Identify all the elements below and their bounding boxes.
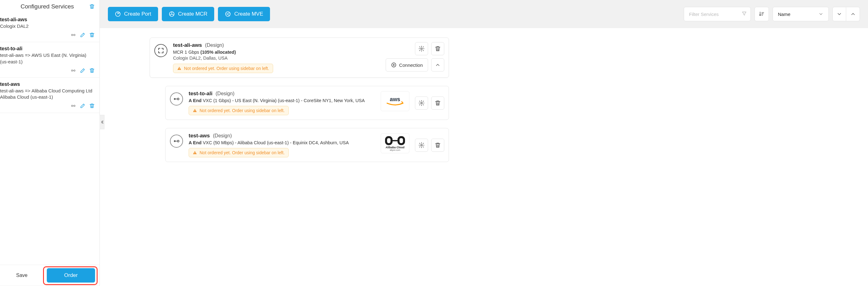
link-icon <box>70 103 76 109</box>
card-status: (Design) <box>216 91 235 96</box>
warning-badge: Not ordered yet. Order using sidebar on … <box>189 148 289 158</box>
card-location: Cologix DAL2, Dallas, USA <box>173 56 380 61</box>
collapse-sidebar-button[interactable] <box>99 115 104 129</box>
sort-icon <box>758 11 765 17</box>
plus-circle-icon <box>391 62 397 68</box>
trash-icon <box>435 142 441 148</box>
card-title: test-ali-aws <box>173 42 202 48</box>
card-sub: A End VXC (50 Mbps) - Alibaba Cloud (us-… <box>189 140 375 145</box>
sidebar-header: Configured Services <box>0 0 99 13</box>
port-icon <box>115 11 121 17</box>
service-name: test-ali-aws <box>0 17 95 23</box>
service-link-button[interactable] <box>70 103 76 109</box>
create-mcr-label: Create MCR <box>178 11 207 17</box>
edit-icon <box>80 32 86 38</box>
create-mcr-button[interactable]: Create MCR <box>162 7 214 21</box>
sidebar-title: Configured Services <box>0 3 94 10</box>
delete-card-button[interactable] <box>431 96 444 110</box>
connection-icon <box>173 95 180 103</box>
link-icon <box>70 68 76 74</box>
chevron-down-icon <box>837 11 842 17</box>
sort-by-select[interactable]: Name <box>773 7 829 21</box>
svg-rect-25 <box>399 137 404 144</box>
main: Create Port Create MCR Create MVE Name <box>100 0 868 286</box>
sidebar-footer: Save Order <box>0 265 99 286</box>
service-link-button[interactable] <box>70 67 76 74</box>
collapse-all-button[interactable] <box>846 7 860 21</box>
card-status: (Design) <box>205 42 224 48</box>
trash-icon <box>89 4 95 9</box>
card-title: test-to-ali <box>189 90 213 97</box>
sidebar-item[interactable]: test-aws test-ali-aws => Alibaba Cloud C… <box>0 78 99 113</box>
service-edit-button[interactable] <box>80 32 86 38</box>
alibaba-logo: Alibaba Cloud aliyun.com <box>381 133 409 153</box>
service-sub: test-ali-aws => AWS US East (N. Virginia… <box>0 52 95 65</box>
content: test-ali-aws (Design) MCR 1 Gbps (105% a… <box>100 28 868 286</box>
card-sub: MCR 1 Gbps (105% allocated) <box>173 50 380 55</box>
card-status: (Design) <box>213 133 231 139</box>
collapse-card-button[interactable] <box>431 58 444 72</box>
service-edit-button[interactable] <box>80 67 86 74</box>
create-mve-button[interactable]: Create MVE <box>218 7 270 21</box>
service-link-button[interactable] <box>70 32 76 38</box>
alibaba-label: Alibaba Cloud <box>386 146 405 149</box>
mcr-icon <box>169 11 175 17</box>
delete-all-button[interactable] <box>89 3 95 10</box>
svg-rect-24 <box>386 137 392 144</box>
connection-icon <box>173 138 180 145</box>
create-mve-label: Create MVE <box>234 11 263 17</box>
service-sub: Cologix DAL2 <box>0 23 95 29</box>
create-port-button[interactable]: Create Port <box>108 7 158 21</box>
sidebar-list: test-ali-aws Cologix DAL2 test-to-ali te… <box>0 13 99 265</box>
filter-wrap <box>684 7 751 21</box>
gear-icon <box>418 142 425 148</box>
service-name: test-to-ali <box>0 46 95 52</box>
mve-icon <box>225 11 231 17</box>
connection-card: test-to-ali (Design) A End VXC (1 Gbps) … <box>165 86 449 120</box>
warning-icon <box>177 66 182 70</box>
delete-card-button[interactable] <box>431 42 444 55</box>
settings-button[interactable] <box>415 96 428 110</box>
service-delete-button[interactable] <box>89 103 95 109</box>
warning-icon <box>193 150 197 155</box>
warning-badge: Not ordered yet. Order using sidebar on … <box>173 64 273 73</box>
delete-card-button[interactable] <box>431 139 444 152</box>
card-title: test-aws <box>189 133 210 139</box>
card-sub: A End VXC (1 Gbps) - US East (N. Virgini… <box>189 98 375 103</box>
service-delete-button[interactable] <box>89 32 95 38</box>
settings-button[interactable] <box>415 42 428 55</box>
sidebar-item[interactable]: test-ali-aws Cologix DAL2 <box>0 13 99 42</box>
service-edit-button[interactable] <box>80 103 86 109</box>
trash-icon <box>435 46 441 52</box>
expand-icon <box>157 47 164 54</box>
connection-card: test-aws (Design) A End VXC (50 Mbps) - … <box>165 128 449 162</box>
connection-node-icon <box>170 92 183 106</box>
sidebar-item[interactable]: test-to-ali test-ali-aws => AWS US East … <box>0 42 99 78</box>
chevron-left-icon <box>100 120 104 124</box>
warning-text: Not ordered yet. Order using sidebar on … <box>184 66 269 71</box>
toolbar: Create Port Create MCR Create MVE Name <box>100 0 868 28</box>
sort-by-label: Name <box>778 11 790 17</box>
settings-button[interactable] <box>415 139 428 152</box>
save-button[interactable]: Save <box>0 268 44 283</box>
edit-icon <box>80 68 86 74</box>
chevron-down-icon <box>818 11 824 17</box>
gear-icon <box>418 100 425 106</box>
svg-text:aws: aws <box>390 96 400 103</box>
warning-badge: Not ordered yet. Order using sidebar on … <box>189 106 289 115</box>
create-port-label: Create Port <box>124 11 151 17</box>
filter-input[interactable] <box>684 7 751 21</box>
trash-icon <box>435 100 441 106</box>
gear-icon <box>418 46 425 52</box>
chevron-up-icon <box>850 11 856 17</box>
add-connection-button[interactable]: Connection <box>386 58 428 72</box>
service-sub: test-ali-aws => Alibaba Cloud Computing … <box>0 88 95 101</box>
expand-all-button[interactable] <box>833 7 846 21</box>
order-button[interactable]: Order <box>47 268 95 283</box>
sort-direction-button[interactable] <box>754 7 769 21</box>
service-name: test-aws <box>0 82 95 87</box>
aws-logo: aws <box>381 91 409 111</box>
mcr-node-icon <box>154 44 167 57</box>
trash-icon <box>89 32 95 38</box>
service-delete-button[interactable] <box>89 67 95 74</box>
